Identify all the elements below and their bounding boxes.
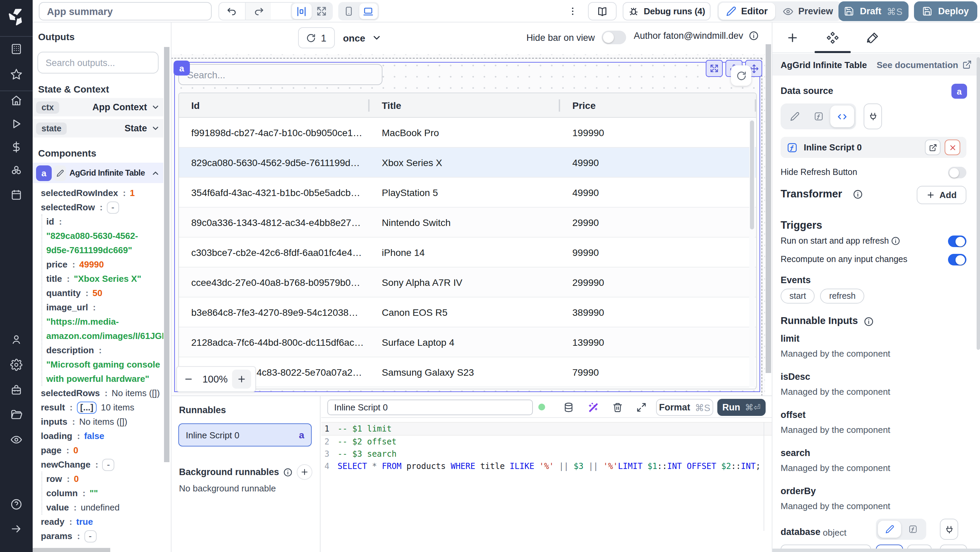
component-tag[interactable]: a bbox=[173, 60, 190, 76]
output-tree-row[interactable]: id: bbox=[33, 215, 163, 229]
preview-tab[interactable]: Preview bbox=[775, 3, 840, 20]
zoom-out-button[interactable] bbox=[177, 374, 200, 384]
output-tree-row[interactable]: selectedRowIndex:1 bbox=[33, 186, 163, 200]
schedules-calendar-icon[interactable] bbox=[10, 189, 22, 201]
info-icon[interactable] bbox=[749, 31, 759, 41]
component-settings-tab[interactable] bbox=[813, 22, 853, 52]
help-icon[interactable] bbox=[10, 498, 22, 511]
table-row[interactable]: ccee43dc-27e0-40a8-b768-b09579b0…Sony Al… bbox=[179, 267, 756, 297]
table-row[interactable]: 2128adca-7fc6-44bd-800c-dc115df6ac…Surfa… bbox=[179, 328, 756, 357]
expand-node-button[interactable]: - bbox=[84, 530, 96, 542]
hide-refresh-toggle[interactable] bbox=[948, 167, 966, 178]
output-tree-row[interactable]: amazon.com/images/I/61JGKho bbox=[33, 329, 163, 343]
insert-component-tab[interactable] bbox=[772, 22, 813, 52]
runnable-item[interactable]: Inline Script 0 a bbox=[178, 423, 312, 447]
open-script-button[interactable] bbox=[925, 140, 940, 155]
connect-plug-button[interactable] bbox=[864, 103, 882, 129]
output-tree-row[interactable]: page:0 bbox=[33, 443, 163, 457]
info-icon[interactable] bbox=[853, 189, 863, 199]
resources-icon[interactable] bbox=[10, 164, 22, 176]
hide-bar-toggle[interactable] bbox=[601, 31, 626, 44]
database-pencil-mode[interactable] bbox=[878, 521, 901, 538]
run-on-start-toggle[interactable] bbox=[948, 235, 966, 247]
search-outputs-input[interactable]: Search outputs... bbox=[37, 52, 159, 73]
event-pill-refresh[interactable]: refresh bbox=[821, 289, 865, 304]
output-tree-row[interactable]: "Microsoft gaming console bbox=[33, 357, 163, 372]
redo-button[interactable] bbox=[245, 3, 271, 20]
script-name-input[interactable]: Inline Script 0 bbox=[327, 399, 533, 415]
refresh-count-button[interactable]: 1 bbox=[298, 27, 335, 48]
output-tree-row[interactable]: image_url: bbox=[33, 300, 163, 315]
runs-play-icon[interactable] bbox=[10, 118, 22, 130]
table-row[interactable]: f991898d-cb27-4ac7-b10c-0b9050ce1…MacBoo… bbox=[179, 118, 756, 148]
output-tree-row[interactable]: result:[...]10 items bbox=[33, 400, 163, 415]
remove-script-button[interactable] bbox=[945, 140, 960, 155]
code-mode[interactable] bbox=[830, 105, 854, 127]
windmill-logo-icon[interactable] bbox=[6, 6, 27, 27]
canvas-scrollbar[interactable] bbox=[765, 22, 772, 395]
output-tree-row[interactable]: quantity:50 bbox=[33, 286, 163, 300]
database-icon[interactable] bbox=[563, 402, 574, 412]
component-refresh-button[interactable] bbox=[731, 65, 751, 86]
apps-icon[interactable] bbox=[10, 43, 22, 55]
table-row[interactable]: 4c83-8022-5e70a07a2…Samsung Galaxy S2379… bbox=[179, 357, 756, 387]
delete-trash-icon[interactable] bbox=[612, 402, 623, 412]
output-tree-row[interactable]: description: bbox=[33, 343, 163, 357]
expand-node-button[interactable]: - bbox=[102, 458, 115, 471]
full-width-button[interactable] bbox=[312, 3, 331, 19]
database-fx-mode[interactable] bbox=[901, 521, 924, 538]
output-tree-row[interactable]: column:"" bbox=[33, 486, 163, 500]
collapse-arrow-icon[interactable] bbox=[10, 523, 22, 535]
output-tree-row[interactable]: loading:false bbox=[33, 429, 163, 443]
component-tree-item[interactable]: a AgGrid Infinite Table bbox=[33, 163, 163, 183]
table-row[interactable]: 829ca080-5630-4562-9d5e-7611199d…Xbox Se… bbox=[179, 148, 756, 178]
deploy-button[interactable]: Deploy bbox=[914, 2, 977, 21]
event-pill-start[interactable]: start bbox=[781, 289, 815, 304]
code-line[interactable]: 4SELECT * FROM products WHERE title ILIK… bbox=[321, 460, 772, 473]
chevron-down-icon[interactable] bbox=[151, 103, 160, 111]
user-icon[interactable] bbox=[10, 334, 22, 346]
app-canvas[interactable]: a Search... Id Title Price f991898d-cb27… bbox=[172, 54, 765, 395]
output-tree-row[interactable]: ready:true bbox=[33, 515, 163, 529]
output-tree-row[interactable]: selectedRow:- bbox=[33, 200, 163, 215]
database-plug-button[interactable] bbox=[940, 519, 958, 540]
grid-search-input[interactable]: Search... bbox=[178, 64, 382, 85]
more-menu-button[interactable] bbox=[566, 3, 579, 20]
output-tree-row[interactable]: "829ca080-5630-4562- bbox=[33, 229, 163, 243]
table-row[interactable]: b3e864c8-7fe3-4270-89e9-54c12038…Canon E… bbox=[179, 297, 756, 328]
info-icon[interactable] bbox=[864, 317, 874, 327]
code-line[interactable]: 2-- $2 offset bbox=[321, 435, 772, 448]
expand-node-button[interactable]: [...] bbox=[77, 401, 97, 414]
schedule-dropdown[interactable]: once bbox=[343, 27, 382, 48]
outputs-hscrollbar[interactable] bbox=[33, 548, 171, 552]
inline-script-row[interactable]: Inline Script 0 bbox=[781, 137, 966, 158]
column-header-id[interactable]: Id bbox=[179, 93, 369, 117]
see-documentation-link[interactable]: See documentation bbox=[877, 60, 972, 70]
format-button[interactable]: Format⌘S bbox=[656, 399, 713, 416]
table-scrollbar[interactable] bbox=[749, 119, 755, 387]
right-panel-scrollbar[interactable] bbox=[976, 54, 980, 552]
editor-tab[interactable]: Editor bbox=[719, 3, 775, 20]
ai-wand-icon[interactable] bbox=[588, 402, 598, 412]
workers-icon[interactable] bbox=[10, 384, 22, 396]
code-line[interactable]: 3-- $3 search bbox=[321, 448, 772, 460]
run-button[interactable]: Run⌘⏎ bbox=[717, 399, 765, 416]
chevron-up-icon[interactable] bbox=[151, 169, 160, 177]
chevron-down-icon[interactable] bbox=[151, 124, 160, 133]
output-tree-row[interactable]: inputs:No items ([]) bbox=[33, 415, 163, 429]
centered-layout-button[interactable] bbox=[292, 3, 311, 19]
expand-handle-icon[interactable] bbox=[706, 60, 723, 77]
expand-node-button[interactable]: - bbox=[107, 201, 119, 213]
table-row[interactable]: 354f6afd-43ac-4321-b1bc-0b5e5adcb…PlaySt… bbox=[179, 178, 756, 208]
home-icon[interactable] bbox=[10, 95, 22, 107]
output-tree-row[interactable]: value:undefined bbox=[33, 500, 163, 515]
info-icon[interactable] bbox=[891, 236, 900, 246]
info-icon[interactable] bbox=[283, 467, 293, 477]
output-tree-row[interactable]: with powerful hardware" bbox=[33, 372, 163, 386]
table-row[interactable]: c303bce7-cb2e-42c6-8fdf-6aa01fc4e4…iPhon… bbox=[179, 237, 756, 267]
add-transformer-button[interactable]: Add bbox=[917, 186, 966, 204]
folders-icon[interactable] bbox=[10, 408, 22, 421]
output-tree-row[interactable]: selectedRows:No items ([]) bbox=[33, 386, 163, 400]
draft-button[interactable]: Draft⌘S bbox=[838, 2, 908, 21]
column-header-title[interactable]: Title bbox=[369, 93, 560, 117]
